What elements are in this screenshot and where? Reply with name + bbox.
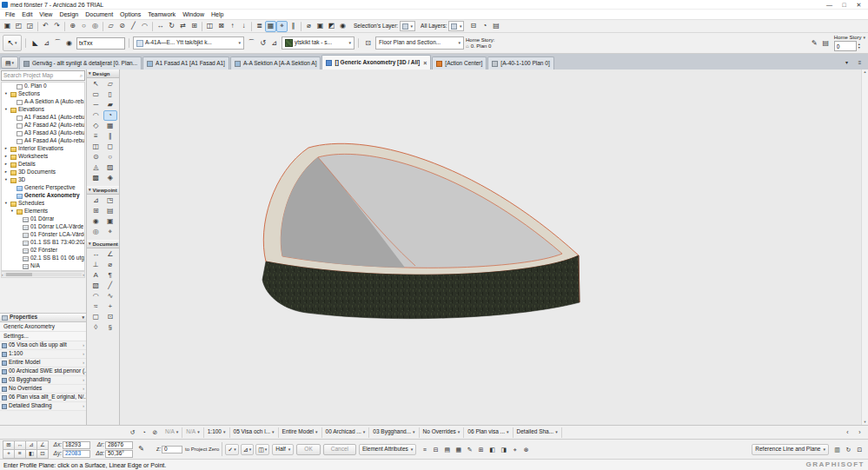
selection-layer-dropdown[interactable]: ▾ xyxy=(400,21,415,31)
toolbox-section-design[interactable]: ▾Design xyxy=(87,70,119,78)
new-icon[interactable]: ▣ xyxy=(2,21,13,32)
tab-list-icon[interactable]: ▾ xyxy=(841,56,852,68)
quick-option-structure-display[interactable]: Entire Model › xyxy=(0,359,86,367)
view-settings-button[interactable]: Settings... xyxy=(0,332,86,341)
project-map-item[interactable]: A2 Fasad A2 (Auto-rebu... xyxy=(2,122,84,129)
door-tool[interactable]: ◫ xyxy=(89,142,103,152)
close-button[interactable]: ✕ xyxy=(851,0,866,9)
scroll-left-icon[interactable]: ‹ xyxy=(842,427,853,438)
mesh-tool[interactable]: ▩ xyxy=(89,173,103,183)
project-map-item[interactable]: 01 Dörrar LCA-Värde xyxy=(2,223,84,231)
project-map-item[interactable]: 0. Plan 0 xyxy=(2,83,84,90)
tab-menu-icon[interactable]: ≡ xyxy=(854,56,865,68)
floor-plan-display-combo[interactable]: Floor Plan and Section... ▾ xyxy=(375,36,464,50)
quickbar-renovation[interactable]: 06 Plan visa ... ▾ xyxy=(464,427,513,438)
tab-action-center[interactable]: [Action Center] × xyxy=(432,56,487,70)
column-tool[interactable]: ▯ xyxy=(103,89,118,100)
project-map-item[interactable]: ▸ Details xyxy=(2,161,84,169)
flip-icon[interactable]: ↺ xyxy=(257,37,268,49)
polyline-tool[interactable]: ∿ xyxy=(103,291,118,301)
fillet-icon[interactable]: ◠ xyxy=(139,21,150,32)
camera-icon[interactable]: ◉ xyxy=(337,21,348,32)
properties-header[interactable]: Properties ▾ xyxy=(0,313,86,322)
composite-structure-combo[interactable]: A-41A—E... Ytt tak/bjkt k... ▾ xyxy=(133,36,244,50)
send-backward-icon[interactable]: ↓ xyxy=(238,21,249,32)
reference-line-combo[interactable]: Reference Line and Plane ▾ xyxy=(752,444,829,455)
zoom-box-icon[interactable]: ⊡ xyxy=(854,444,865,455)
maximize-button[interactable]: □ xyxy=(837,0,851,9)
layer-combination-icon[interactable]: ▤ xyxy=(490,21,501,32)
project-map-item[interactable]: A-A Sektion A (Auto-reb... xyxy=(2,98,84,106)
object-tool[interactable]: ⊙ xyxy=(89,152,103,162)
toolbar-icon[interactable] xyxy=(251,22,252,31)
home-story-block[interactable]: Home Story: ⌂0. Plan 0 xyxy=(466,37,494,49)
bring-forward-icon[interactable]: ↑ xyxy=(227,21,238,32)
menu-item[interactable]: Window xyxy=(179,10,208,19)
worksheet-tool[interactable]: ▤ xyxy=(103,206,118,216)
da-value[interactable]: 50,36° xyxy=(105,450,133,458)
stair-tool[interactable]: ≡ xyxy=(89,131,103,142)
grid-icon[interactable]: ▦ xyxy=(265,21,276,32)
quick-option-model-view[interactable]: 03 Bygghandling › xyxy=(0,376,86,385)
section-tool[interactable]: ⊿ xyxy=(89,195,103,206)
fill-type-icon[interactable]: ▦ xyxy=(453,444,464,455)
railing-tool[interactable]: ∥ xyxy=(103,131,118,142)
quickbar-model-view[interactable]: 03 Bygghand... ▾ xyxy=(369,427,419,438)
orbit-icon[interactable]: ↻ xyxy=(843,444,854,455)
element-attributes-combo[interactable]: Element Attributes ▾ xyxy=(359,444,416,455)
tracker-list-icon[interactable]: ≡ xyxy=(14,449,26,459)
move-icon[interactable]: ↔ xyxy=(155,21,166,32)
building-material-icon[interactable]: ◧ xyxy=(487,444,498,455)
detail-tool[interactable]: ◉ xyxy=(89,216,103,227)
radial-dimension-tool[interactable]: ⌀ xyxy=(103,260,118,270)
project-map-search[interactable]: Search Project Map ⌕ xyxy=(1,70,85,81)
floor-plan-display-icon[interactable]: ⊡ xyxy=(362,37,374,49)
composite-icon[interactable]: ◨ xyxy=(498,444,509,455)
mirror-icon[interactable]: ⇄ xyxy=(177,21,189,32)
layers-icon[interactable]: ≣ xyxy=(254,21,265,32)
menu-item[interactable]: Design xyxy=(56,10,82,19)
3d-viewport[interactable]: ▲ ▼ xyxy=(120,70,868,425)
render-icon[interactable]: ◩ xyxy=(326,21,337,32)
zoom-icon[interactable]: ○ xyxy=(78,21,89,32)
pen-set-icon[interactable]: ✎ xyxy=(809,37,820,49)
dx-value[interactable]: 18293 xyxy=(63,441,90,449)
label-tool[interactable]: ¶ xyxy=(103,270,118,281)
fit-view-icon[interactable]: ◎ xyxy=(89,21,101,32)
dr-value[interactable]: 28676 xyxy=(105,441,133,449)
quickbar-layers[interactable]: 05 Visa och l... ▾ xyxy=(230,427,279,438)
marquee-icon[interactable]: ▱ xyxy=(105,21,116,32)
3d-document-tool[interactable]: ▣ xyxy=(103,216,118,227)
wall-tool[interactable]: ▭ xyxy=(89,89,103,100)
stepper-icons[interactable]: ▴▾ xyxy=(858,43,860,50)
angle-bisector-icon[interactable]: ⊿▾ xyxy=(241,444,254,455)
toolbar-icon[interactable] xyxy=(37,22,38,31)
tab-a1-fasad[interactable]: A1 Fasad A1 [A1 Fasad A1] × xyxy=(142,56,229,70)
filter-icon[interactable]: ⊘ xyxy=(149,427,161,438)
tab-layout-plan[interactable]: [A-40-1-100 Plan 0] × xyxy=(487,56,553,70)
roof-tool[interactable]: ◠ xyxy=(89,110,103,121)
column-segment-tool[interactable]: ◈ xyxy=(103,173,118,183)
tracker-absolute-icon[interactable]: ⊡ xyxy=(36,449,49,459)
dimension-tool[interactable]: ↔ xyxy=(89,249,103,260)
3d-window-icon[interactable]: ▣ xyxy=(315,21,326,32)
spline-tool[interactable]: ≈ xyxy=(89,301,103,312)
project-map-item[interactable]: 01 Fönster LCA-Värde xyxy=(2,231,84,239)
quick-option-renovation-filter[interactable]: 06 Plan visa allt_E original, N/... › xyxy=(0,394,86,402)
tab-overview-button[interactable]: ▤▾ xyxy=(1,56,18,69)
marker-tool[interactable]: ◊ xyxy=(89,322,103,333)
favorites-icon[interactable]: ≡ xyxy=(419,444,430,455)
camera-tool[interactable]: ◎ xyxy=(89,227,103,237)
layer-select-icon[interactable]: ▤ xyxy=(820,37,832,49)
home-story-number-input[interactable] xyxy=(834,41,857,51)
arc-tool[interactable]: ◠ xyxy=(89,291,103,301)
split-icon[interactable]: ╱ xyxy=(128,21,139,32)
quick-option-3d-style[interactable]: Detailed Shading › xyxy=(0,402,86,411)
project-map-item[interactable]: A3 Fasad A3 (Auto-rebu... xyxy=(2,129,84,137)
scroll-thumb[interactable] xyxy=(6,273,32,276)
expand-arrow-icon[interactable]: ▾ xyxy=(3,202,9,206)
edit-coordinate-icon[interactable]: ✎ xyxy=(136,444,147,455)
pan-icon[interactable]: ⊕ xyxy=(67,21,78,32)
reference-level-label[interactable]: to Project Zero xyxy=(185,447,219,452)
project-map-item[interactable]: A4 Fasad A4 (Auto-rebu... xyxy=(2,137,84,145)
